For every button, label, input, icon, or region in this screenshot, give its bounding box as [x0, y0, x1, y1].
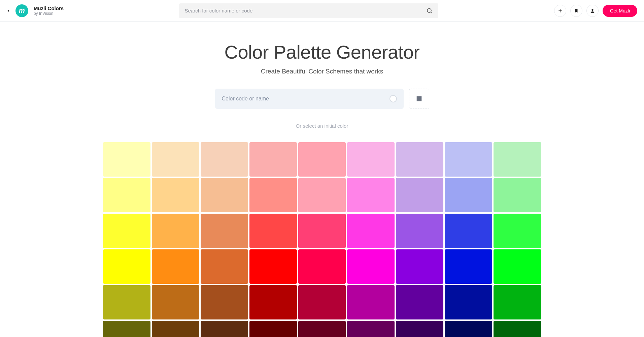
- search-icon[interactable]: [426, 7, 433, 14]
- color-swatch[interactable]: [445, 214, 492, 248]
- color-swatch[interactable]: [249, 142, 297, 177]
- color-swatch[interactable]: [298, 285, 346, 319]
- select-color-hint: Or select an initial color: [0, 123, 644, 129]
- profile-button[interactable]: [586, 5, 599, 17]
- color-swatch[interactable]: [396, 142, 443, 177]
- color-swatch[interactable]: [152, 249, 199, 284]
- image-icon: [415, 95, 423, 102]
- main: Color Palette Generator Create Beautiful…: [0, 22, 644, 337]
- color-swatch[interactable]: [445, 321, 492, 337]
- color-swatch[interactable]: [347, 285, 395, 319]
- color-swatch[interactable]: [249, 214, 297, 248]
- color-swatch[interactable]: [249, 285, 297, 319]
- color-swatch[interactable]: [201, 142, 248, 177]
- color-swatch[interactable]: [494, 321, 541, 337]
- brand-logo[interactable]: m: [15, 4, 28, 17]
- get-muzli-button[interactable]: Get Muzli: [603, 5, 637, 17]
- header-left: ▼ m Muzli Colors by InVision: [7, 4, 64, 17]
- color-swatch[interactable]: [152, 142, 199, 177]
- color-swatch[interactable]: [445, 249, 492, 284]
- color-swatch[interactable]: [249, 321, 297, 337]
- svg-line-1: [431, 12, 432, 13]
- color-swatch[interactable]: [201, 285, 248, 319]
- color-swatch[interactable]: [249, 178, 297, 212]
- color-swatch[interactable]: [103, 178, 150, 212]
- color-swatch[interactable]: [396, 321, 443, 337]
- page-subtitle: Create Beautiful Color Schemes that work…: [0, 68, 644, 75]
- color-swatch[interactable]: [494, 285, 541, 319]
- svg-point-4: [591, 9, 593, 10]
- color-swatch[interactable]: [201, 321, 248, 337]
- color-swatch[interactable]: [201, 249, 248, 284]
- color-swatch[interactable]: [494, 214, 541, 248]
- chevron-down-icon[interactable]: ▼: [7, 9, 10, 12]
- color-swatch[interactable]: [249, 249, 297, 284]
- brand-subtitle: by InVision: [34, 11, 64, 16]
- color-swatch[interactable]: [298, 249, 346, 284]
- color-swatch[interactable]: [152, 214, 199, 248]
- image-upload-button[interactable]: [409, 89, 429, 109]
- color-swatch[interactable]: [347, 249, 395, 284]
- color-swatch[interactable]: [298, 321, 346, 337]
- color-swatch[interactable]: [298, 214, 346, 248]
- color-swatch[interactable]: [396, 285, 443, 319]
- color-swatch[interactable]: [152, 321, 199, 337]
- color-swatch[interactable]: [201, 214, 248, 248]
- add-button[interactable]: [554, 5, 566, 17]
- color-swatch[interactable]: [201, 178, 248, 212]
- color-swatch[interactable]: [396, 249, 443, 284]
- color-swatch[interactable]: [347, 321, 395, 337]
- brand-title: Muzli Colors: [34, 5, 64, 11]
- color-input-wrap[interactable]: [215, 89, 404, 109]
- color-swatch[interactable]: [103, 321, 150, 337]
- color-grid: [103, 142, 541, 337]
- color-swatch[interactable]: [298, 142, 346, 177]
- color-swatch[interactable]: [396, 178, 443, 212]
- color-preview-swatch[interactable]: [389, 95, 397, 102]
- search-input[interactable]: [184, 8, 423, 13]
- color-swatch[interactable]: [103, 142, 150, 177]
- svg-point-0: [428, 8, 432, 12]
- color-swatch[interactable]: [347, 142, 395, 177]
- brand-text: Muzli Colors by InVision: [34, 5, 64, 16]
- color-swatch[interactable]: [103, 285, 150, 319]
- color-swatch[interactable]: [396, 214, 443, 248]
- color-swatch[interactable]: [494, 249, 541, 284]
- color-swatch[interactable]: [152, 178, 199, 212]
- color-swatch[interactable]: [347, 178, 395, 212]
- color-swatch[interactable]: [152, 285, 199, 319]
- header-center: [64, 3, 554, 18]
- color-swatch[interactable]: [347, 214, 395, 248]
- header-right: Get Muzli: [554, 5, 637, 17]
- color-swatch[interactable]: [494, 142, 541, 177]
- color-swatch[interactable]: [103, 214, 150, 248]
- color-swatch[interactable]: [494, 178, 541, 212]
- page-title: Color Palette Generator: [0, 41, 644, 63]
- color-swatch[interactable]: [103, 249, 150, 284]
- color-input-row: [0, 89, 644, 109]
- header: ▼ m Muzli Colors by InVision Get Muzli: [0, 0, 644, 22]
- color-input[interactable]: [222, 96, 385, 102]
- svg-point-5: [417, 97, 418, 98]
- color-swatch[interactable]: [445, 142, 492, 177]
- color-swatch[interactable]: [298, 178, 346, 212]
- bookmark-button[interactable]: [570, 5, 582, 17]
- color-swatch[interactable]: [445, 285, 492, 319]
- color-swatch[interactable]: [445, 178, 492, 212]
- search-bar[interactable]: [179, 3, 438, 18]
